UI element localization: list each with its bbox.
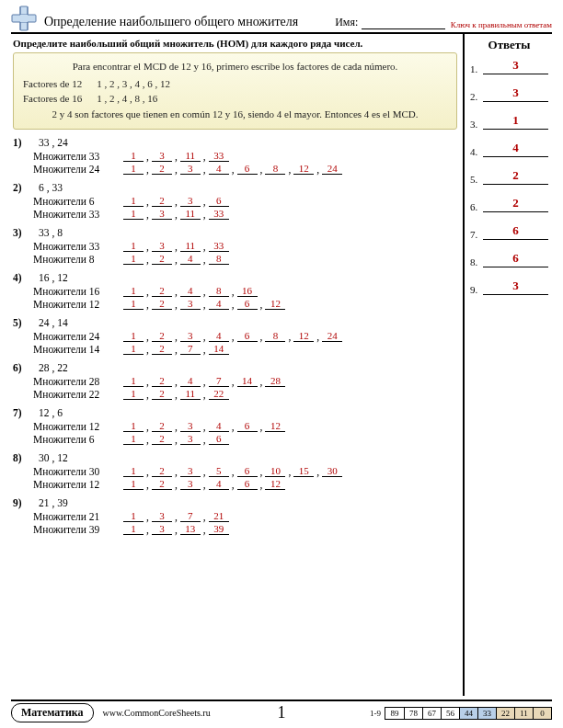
factor-list: 1,3,13,39: [123, 523, 229, 535]
example-f12-label: Factores de 12: [23, 76, 82, 92]
factor-value: 6: [237, 163, 258, 175]
factor-list: 1,2,3,4,6,12: [123, 298, 285, 310]
problem-number: 1): [13, 137, 31, 148]
answers-column: Ответы 1.32.33.14.45.26.27.68.69.3: [465, 34, 552, 696]
score-cell: 67: [422, 708, 441, 719]
factor-value: 2: [152, 253, 172, 265]
factor-value: 3: [152, 523, 172, 535]
answer-key-note: Ключ к правильным ответам: [451, 20, 552, 31]
factor-value: 5: [209, 465, 229, 477]
factor-value: 3: [152, 208, 172, 220]
answer-number: 8.: [470, 256, 483, 267]
factor-value: 3: [180, 478, 201, 490]
factor-value: 1: [123, 433, 144, 445]
factor-value: 1: [123, 150, 144, 162]
factor-value: 11: [180, 150, 201, 162]
factor-value: 12: [293, 163, 314, 175]
answer-value: 1: [483, 113, 548, 130]
factor-value: 3: [180, 465, 201, 477]
answer-row: 4.4: [470, 141, 548, 157]
problem-number: 7): [13, 407, 31, 418]
example-line1: Para encontrar el MCD de 12 y 16, primer…: [23, 59, 447, 74]
factor-value: 24: [322, 330, 342, 342]
factor-list: 1,3,11,33: [123, 240, 229, 252]
answer-number: 3.: [470, 119, 483, 130]
factor-value: 1: [123, 298, 144, 310]
factor-list: 1,3,11,33: [123, 208, 229, 220]
factor-list: 1,2,3,4,6,12: [123, 478, 285, 490]
factor-value: 6: [237, 465, 258, 477]
problem: 5)24 , 14Множители 241,2,3,4,6,8,12,24Мн…: [13, 317, 457, 355]
answer-value: 3: [483, 85, 548, 102]
factor-label: Множители 12: [33, 479, 116, 490]
factor-value: 15: [293, 465, 314, 477]
factor-value: 10: [265, 465, 285, 477]
answer-value: 3: [483, 58, 548, 74]
factor-value: 13: [180, 523, 201, 535]
answer-row: 5.2: [470, 168, 548, 185]
problem-number: 9): [13, 497, 31, 508]
main-column: Определите наибольший общий множитель (Н…: [11, 34, 465, 696]
factor-value: 2: [152, 330, 172, 342]
factor-value: 39: [209, 523, 229, 535]
factor-label: Множители 30: [33, 466, 116, 477]
answer-value: 6: [483, 251, 548, 267]
answer-value: 4: [483, 141, 548, 157]
factor-value: 6: [237, 330, 258, 342]
factor-value: 1: [123, 195, 144, 207]
factor-label: Множители 24: [33, 331, 116, 342]
factor-value: 1: [123, 343, 144, 355]
answer-number: 7.: [470, 229, 483, 240]
factor-value: 3: [152, 150, 172, 162]
problem-number: 3): [13, 227, 31, 238]
name-input-line[interactable]: [362, 18, 444, 29]
factor-label: Множители 24: [33, 164, 116, 175]
factor-value: 14: [237, 375, 258, 387]
answers-list: 1.32.33.14.45.26.27.68.69.3: [470, 58, 548, 295]
factor-value: 12: [265, 420, 285, 432]
score-grid: 89786756443322110: [385, 707, 552, 720]
factor-value: 1: [123, 163, 144, 175]
factor-value: 1: [123, 208, 144, 220]
factor-value: 11: [180, 208, 201, 220]
score-cell: 22: [496, 708, 514, 719]
example-f16-label: Factores de 16: [23, 91, 82, 107]
factor-list: 1,2,3,4,6,8,12,24: [123, 330, 342, 342]
problem: 1)33 , 24Множители 331,3,11,33Множители …: [13, 137, 457, 175]
factor-value: 2: [152, 465, 172, 477]
problems-list: 1)33 , 24Множители 331,3,11,33Множители …: [13, 137, 457, 535]
factor-value: 4: [180, 375, 201, 387]
factor-value: 2: [152, 420, 172, 432]
factor-value: 4: [209, 478, 229, 490]
factor-list: 1,2,3,5,6,10,15,30: [123, 465, 342, 477]
factor-label: Множители 6: [33, 434, 116, 445]
factor-value: 2: [152, 298, 172, 310]
factor-value: 6: [237, 298, 258, 310]
factor-value: 3: [180, 420, 201, 432]
factor-value: 2: [152, 478, 172, 490]
score-range: 1-9: [370, 709, 381, 718]
answer-number: 1.: [470, 63, 483, 74]
answer-row: 1.3: [470, 58, 548, 74]
example-box: Para encontrar el MCD de 12 y 16, primer…: [13, 52, 457, 130]
page-title: Определение наибольшего общего множителя: [44, 15, 298, 31]
factor-value: 14: [209, 343, 229, 355]
factor-value: 1: [123, 388, 144, 400]
answer-number: 4.: [470, 146, 483, 157]
factor-value: 22: [209, 388, 229, 400]
factor-label: Множители 22: [33, 389, 116, 400]
problem-values: 12 , 6: [39, 407, 63, 418]
factor-value: 1: [123, 375, 144, 387]
factor-value: 2: [152, 433, 172, 445]
factor-value: 24: [322, 163, 342, 175]
factor-label: Множители 12: [33, 421, 116, 432]
answer-row: 3.1: [470, 113, 548, 130]
answers-title: Ответы: [470, 38, 548, 52]
factor-value: 8: [265, 330, 285, 342]
factor-value: 33: [209, 150, 229, 162]
factor-value: 1: [123, 523, 144, 535]
problem-number: 8): [13, 452, 31, 463]
example-line4: 2 y 4 son factores que tienen en común 1…: [23, 107, 447, 122]
factor-value: 2: [152, 163, 172, 175]
score-cell: 78: [404, 708, 422, 719]
